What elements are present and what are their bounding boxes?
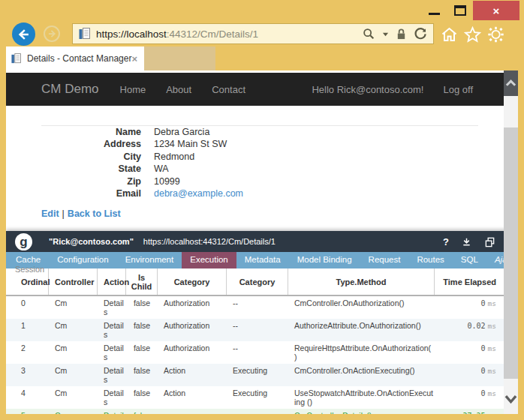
nav-link-contact[interactable]: Contact: [212, 84, 245, 95]
glimpse-tab-request[interactable]: Request: [360, 252, 409, 268]
contact-field-row: CityRedmond: [41, 151, 243, 163]
glimpse-tab-configuration[interactable]: Configuration: [49, 252, 116, 268]
page-scrollbar[interactable]: [504, 70, 518, 414]
nav-link-home[interactable]: Home: [120, 84, 146, 95]
table-cell: Executing: [227, 364, 288, 378]
forward-arrow-icon: [47, 28, 57, 39]
table-cell: Cm: [49, 341, 98, 356]
search-dropdown-icon[interactable]: [382, 31, 389, 38]
search-icon[interactable]: [362, 27, 375, 40]
field-label: State: [41, 163, 141, 175]
tab-title: Details - Contact Manager: [27, 53, 131, 64]
table-cell: Authorization: [158, 319, 227, 333]
field-value: Redmond: [154, 151, 194, 163]
table-cell: Details: [98, 341, 126, 364]
maximize-button[interactable]: [454, 5, 466, 16]
glimpse-tab-bar: CacheConfigurationEnvironmentExecutionMe…: [6, 252, 518, 268]
table-cell: Cm: [49, 296, 98, 310]
table-row: 5CmDetailsfalse----CmController.Details(…: [6, 409, 518, 414]
back-to-list-link[interactable]: Back to List: [68, 208, 121, 219]
browser-tab[interactable]: Details - Contact Manager ×: [6, 46, 144, 70]
time-value: 37.25: [462, 412, 485, 414]
new-tab-button[interactable]: [144, 46, 215, 70]
table-cell: RequireHttpsAttribute.OnAuthorization(): [288, 341, 435, 364]
contact-field-row: Emaildebra@example.com: [41, 188, 243, 200]
glimpse-tab-execution[interactable]: Execution: [182, 252, 236, 268]
contact-actions: Edit|Back to List: [41, 208, 121, 219]
time-unit: ms: [488, 344, 496, 352]
minimize-button[interactable]: [429, 13, 440, 15]
time-elapsed-cell: 37.25ms: [435, 409, 498, 414]
time-elapsed-cell: 0.02ms: [435, 319, 498, 333]
scrollbar-down-button[interactable]: [504, 387, 518, 411]
field-label: Address: [41, 138, 141, 150]
tab-favicon: [11, 52, 21, 65]
refresh-icon[interactable]: [414, 27, 427, 40]
contact-field-row: NameDebra Garcia: [41, 126, 243, 138]
field-value[interactable]: debra@example.com: [154, 188, 243, 200]
glimpse-tab-sql[interactable]: SQL: [453, 252, 486, 268]
table-cell: false: [126, 364, 158, 378]
table-cell: false: [126, 386, 158, 400]
column-header-label: Category: [174, 278, 210, 286]
table-row: 0CmDetailsfalseAuthorization--CmControll…: [6, 296, 518, 319]
glimpse-tab-environment[interactable]: Environment: [117, 252, 182, 268]
greeting-text[interactable]: Hello Rick@contoso.com!: [312, 84, 423, 95]
table-cell: --: [158, 409, 227, 414]
back-button[interactable]: [12, 22, 35, 46]
table-cell: --: [227, 341, 288, 356]
tab-close-icon[interactable]: ×: [131, 54, 137, 64]
favorites-star-icon[interactable]: [463, 26, 482, 44]
table-cell: Cm: [49, 386, 98, 400]
table-cell: Cm: [49, 364, 98, 378]
nav-link-about[interactable]: About: [166, 84, 191, 95]
session-overlay-text: Session: [15, 265, 44, 274]
glimpse-tab-metadata[interactable]: Metadata: [236, 252, 289, 268]
time-value: 0.02: [467, 322, 485, 330]
scrollbar-thumb[interactable]: [504, 128, 518, 379]
glimpse-url: https://localhost:44312/Cm/Details/1: [143, 237, 276, 246]
page-viewport: CM Demo HomeAboutContact Hello Rick@cont…: [6, 70, 518, 414]
column-header-label: Category: [239, 278, 276, 286]
scrollbar-up-button[interactable]: [504, 70, 518, 96]
settings-gear-icon[interactable]: [486, 26, 505, 44]
browser-window: × https://localhost:44312/Cm/Details/1: [0, 0, 524, 420]
time-elapsed-cell: 0ms: [435, 364, 498, 378]
table-cell: false: [126, 409, 158, 414]
table-cell: UseStopwatchAttribute.OnActionExecuting …: [288, 386, 435, 409]
field-label: Name: [41, 126, 141, 138]
lock-icon: [396, 28, 407, 40]
table-cell: Cm: [49, 409, 98, 414]
popout-window-icon[interactable]: [484, 236, 495, 248]
glimpse-tab-routes[interactable]: Routes: [408, 252, 452, 268]
column-header-label: Is Child: [128, 273, 155, 291]
table-cell: CmController.OnAuthorization(): [288, 296, 435, 310]
forward-button[interactable]: [44, 26, 60, 42]
address-bar[interactable]: https://localhost:44312/Cm/Details/1: [72, 23, 434, 44]
site-brand[interactable]: CM Demo: [41, 82, 99, 97]
close-icon: ×: [493, 4, 500, 17]
close-button[interactable]: ×: [473, 1, 519, 20]
site-nav-links: HomeAboutContact: [120, 84, 245, 95]
table-cell: --: [227, 296, 288, 310]
table-cell: false: [126, 341, 158, 356]
table-row: 2CmDetailsfalseAuthorization--RequireHtt…: [6, 341, 518, 364]
edit-link[interactable]: Edit: [41, 208, 59, 219]
url-text[interactable]: https://localhost:44312/Cm/Details/1: [96, 28, 362, 40]
column-header: Action: [98, 268, 126, 295]
table-cell: Cm: [49, 319, 98, 333]
time-unit: ms: [488, 322, 496, 330]
dock-minimize-icon[interactable]: [462, 236, 471, 248]
table-cell: Action: [158, 386, 227, 400]
column-header-label: Ordinal: [21, 278, 50, 286]
time-value: 0: [481, 299, 486, 308]
help-icon[interactable]: ?: [443, 236, 449, 248]
url-domain: https://localhost: [96, 28, 167, 40]
logoff-link[interactable]: Log off: [443, 84, 473, 95]
glimpse-logo-icon[interactable]: g: [15, 233, 32, 250]
home-icon[interactable]: [440, 26, 459, 44]
table-cell: Executing: [227, 386, 288, 400]
table-cell: 4: [15, 386, 49, 400]
field-value: Debra Garcia: [154, 126, 209, 138]
glimpse-tab-model-binding[interactable]: Model Binding: [289, 252, 360, 268]
